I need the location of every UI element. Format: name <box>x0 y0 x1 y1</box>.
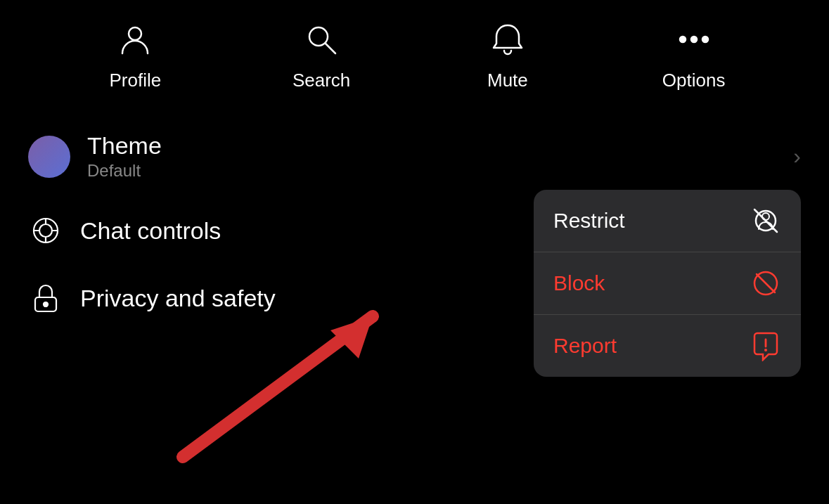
theme-subtitle: Default <box>87 161 776 181</box>
nav-item-options[interactable]: Options <box>652 21 736 91</box>
list-item-theme[interactable]: Theme Default › <box>0 119 829 193</box>
nav-item-search[interactable]: Search <box>279 21 364 91</box>
report-label: Report <box>553 334 617 358</box>
dots-icon <box>676 21 712 63</box>
lock-icon <box>28 280 63 316</box>
nav-item-profile[interactable]: Profile <box>93 21 177 91</box>
nav-label-options: Options <box>662 70 726 91</box>
svg-line-20 <box>757 274 775 292</box>
no-location-icon <box>750 205 781 236</box>
dropdown-menu: Restrict Block Report <box>534 190 801 377</box>
nav-label-search: Search <box>293 70 350 91</box>
theme-title: Theme <box>87 132 776 160</box>
chat-icon <box>28 213 63 248</box>
nav-label-mute: Mute <box>487 70 528 91</box>
svg-point-0 <box>129 27 141 40</box>
theme-item-text: Theme Default <box>87 132 776 181</box>
svg-line-2 <box>326 44 335 53</box>
nav-item-mute[interactable]: Mute <box>465 21 550 91</box>
dropdown-item-restrict[interactable]: Restrict <box>534 190 801 252</box>
dropdown-item-report[interactable]: Report <box>534 314 801 377</box>
svg-point-1 <box>309 27 328 46</box>
svg-point-4 <box>691 37 697 42</box>
restrict-label: Restrict <box>553 209 625 233</box>
svg-point-3 <box>680 37 686 42</box>
svg-point-22 <box>764 349 767 351</box>
svg-point-5 <box>702 37 708 42</box>
block-label: Block <box>553 271 605 295</box>
svg-line-14 <box>183 316 373 457</box>
svg-point-7 <box>39 224 52 237</box>
person-icon <box>117 21 153 63</box>
block-circle-icon <box>750 268 781 299</box>
search-icon <box>303 21 340 63</box>
main-content: Theme Default › Chat controls <box>0 105 829 342</box>
theme-circle-icon <box>28 136 70 178</box>
nav-label-profile: Profile <box>110 70 162 91</box>
dropdown-item-block[interactable]: Block <box>534 252 801 314</box>
report-bubble-icon <box>750 330 781 361</box>
bell-icon <box>489 21 526 63</box>
top-nav-bar: Profile Search Mute Options <box>0 0 829 105</box>
svg-point-13 <box>44 302 48 306</box>
theme-chevron: › <box>793 143 801 169</box>
